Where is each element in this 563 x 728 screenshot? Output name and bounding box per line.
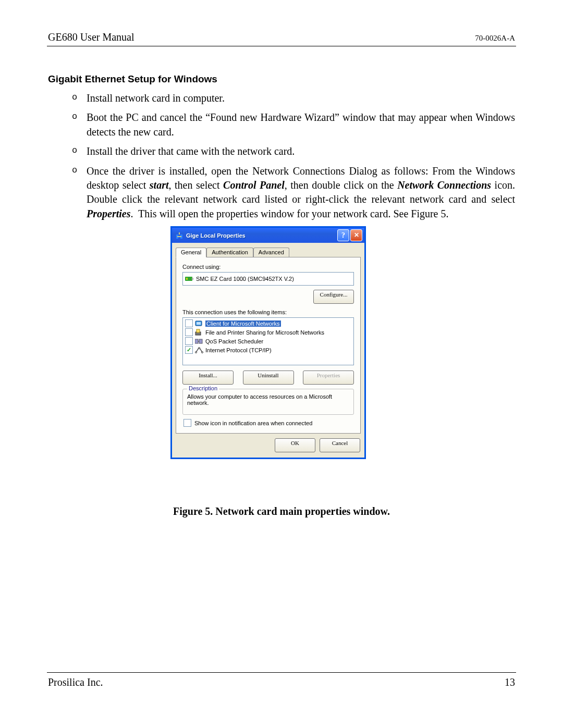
uninstall-button[interactable]: Uninstall — [243, 371, 294, 385]
description-legend: Description — [187, 385, 219, 391]
svg-rect-8 — [197, 329, 200, 332]
list-item[interactable]: QoS Packet Scheduler — [184, 337, 352, 346]
properties-dialog: Gige Local Properties ? ✕ General Authen… — [170, 226, 366, 459]
header-left: GE680 User Manual — [48, 31, 134, 43]
svg-rect-4 — [192, 278, 193, 280]
adapter-field[interactable]: SMC EZ Card 1000 (SMC9452TX V.2) — [182, 272, 354, 286]
connection-items-list[interactable]: Client for Microsoft Networks File and P… — [182, 317, 354, 365]
list-item-label: Client for Microsoft Networks — [205, 320, 281, 327]
bullet: Install network card in computer. — [72, 91, 515, 105]
body-text: Install network card in computer. Boot t… — [72, 91, 515, 226]
configure-button[interactable]: Configure... — [313, 290, 354, 304]
help-button[interactable]: ? — [337, 229, 349, 241]
properties-button[interactable]: Properties — [303, 371, 354, 385]
description-fieldset: Description Allows your computer to acce… — [182, 389, 354, 415]
adapter-name: SMC EZ Card 1000 (SMC9452TX V.2) — [196, 276, 294, 282]
install-button[interactable]: Install... — [182, 371, 234, 385]
titlebar[interactable]: Gige Local Properties ? ✕ — [170, 226, 366, 243]
qos-icon — [195, 338, 203, 345]
tab-strip: General Authentication Advanced — [176, 247, 364, 257]
checkbox[interactable] — [185, 346, 193, 354]
bullet: Once the driver is installed, open the N… — [72, 164, 515, 221]
tab-general[interactable]: General — [176, 248, 206, 257]
close-button[interactable]: ✕ — [350, 229, 362, 241]
show-icon-checkbox[interactable] — [183, 419, 191, 427]
titlebar-title: Gige Local Properties — [186, 232, 246, 239]
list-item[interactable]: Internet Protocol (TCP/IP) — [184, 346, 352, 354]
list-item[interactable]: Client for Microsoft Networks — [184, 319, 352, 328]
tab-page-general: Connect using: SMC EZ Card 1000 (SMC9452… — [176, 257, 361, 434]
header-right: 70-0026A-A — [475, 34, 515, 43]
tab-advanced[interactable]: Advanced — [253, 248, 289, 257]
checkbox[interactable] — [185, 319, 193, 327]
ok-button[interactable]: OK — [275, 438, 315, 452]
checkbox[interactable] — [185, 337, 193, 345]
svg-rect-10 — [199, 339, 202, 343]
list-item[interactable]: File and Printer Sharing for Microsoft N… — [184, 328, 352, 337]
svg-point-11 — [195, 351, 197, 353]
nic-icon — [185, 276, 193, 282]
list-item-label: QoS Packet Scheduler — [205, 338, 263, 344]
footer-rule — [47, 672, 516, 673]
svg-rect-6 — [197, 322, 201, 325]
checkbox[interactable] — [185, 328, 193, 336]
window-icon — [175, 231, 183, 240]
footer-right: 13 — [505, 676, 515, 688]
description-text: Allows your computer to access resources… — [187, 393, 349, 410]
svg-rect-9 — [195, 339, 198, 343]
footer-left: Prosilica Inc. — [48, 676, 103, 688]
bullet: Install the driver that came with the ne… — [72, 144, 515, 158]
file-print-icon — [195, 329, 203, 336]
svg-point-12 — [202, 351, 203, 353]
items-label: This connection uses the following items… — [182, 309, 354, 315]
svg-rect-3 — [186, 278, 188, 280]
svg-point-13 — [199, 347, 200, 349]
tcpip-icon — [195, 347, 203, 354]
header-rule — [47, 46, 516, 46]
client-icon — [195, 320, 203, 327]
list-item-label: Internet Protocol (TCP/IP) — [205, 347, 272, 353]
cancel-button[interactable]: Cancel — [320, 438, 360, 452]
section-title: Gigabit Ethernet Setup for Windows — [48, 73, 217, 85]
figure-caption: Figure 5. Network card main properties w… — [0, 505, 563, 517]
tab-authentication[interactable]: Authentication — [206, 248, 253, 257]
properties-dialog-figure: Gige Local Properties ? ✕ General Authen… — [170, 226, 366, 459]
show-icon-label: Show icon in notification area when conn… — [194, 420, 312, 426]
bullet: Boot the PC and cancel the “Found new Ha… — [72, 110, 515, 139]
list-item-label: File and Printer Sharing for Microsoft N… — [205, 329, 324, 336]
connect-using-label: Connect using: — [182, 264, 354, 270]
